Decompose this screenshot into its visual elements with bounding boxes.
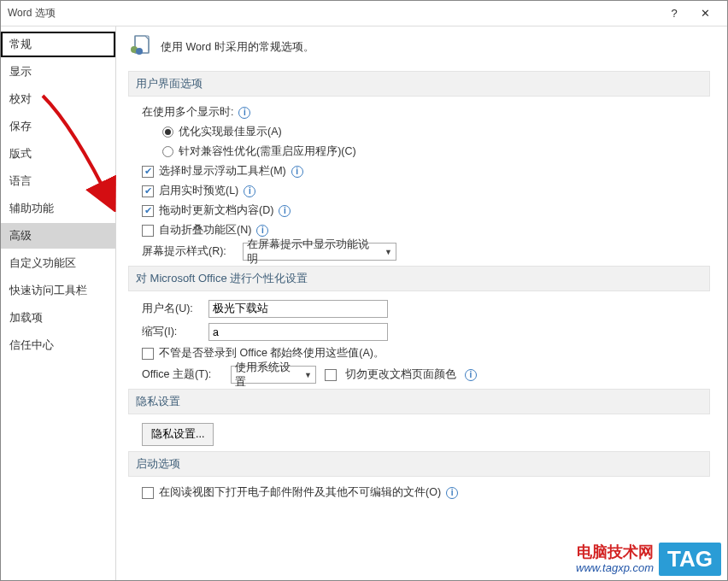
sidebar-item-language[interactable]: 语言 — [1, 168, 115, 194]
info-icon[interactable]: i — [291, 166, 303, 178]
sidebar-item-advanced[interactable]: 高级 — [1, 223, 115, 249]
theme-dropdown[interactable]: 使用系统设置 ▼ — [231, 366, 316, 384]
info-icon[interactable]: i — [238, 107, 250, 119]
privacy-btn-row: 隐私设置... — [142, 423, 710, 446]
chk-collapse-ribbon[interactable] — [142, 225, 154, 237]
screentip-value: 在屏幕提示中显示功能说明 — [247, 238, 379, 267]
radio-optimize-label: 优化实现最佳显示(A) — [179, 125, 282, 139]
dialog-body: 常规 显示 校对 保存 版式 语言 辅助功能 高级 自定义功能区 快速访问工具栏… — [1, 26, 727, 580]
radio-optimize-row: 优化实现最佳显示(A) — [162, 125, 710, 139]
page-header-text: 使用 Word 时采用的常规选项。 — [161, 40, 314, 55]
sidebar-item-addins[interactable]: 加载项 — [1, 305, 115, 331]
page-header: 使用 Word 时采用的常规选项。 — [128, 35, 710, 59]
privacy-settings-button[interactable]: 隐私设置... — [142, 423, 214, 446]
content-pane: 使用 Word 时采用的常规选项。 用户界面选项 在使用多个显示时: i 优化实… — [116, 26, 727, 580]
chevron-down-icon: ▼ — [304, 371, 312, 379]
general-options-icon — [128, 35, 152, 59]
chk-reading-view-label: 在阅读视图下打开电子邮件附件及其他不可编辑的文件(O) — [159, 485, 441, 500]
radio-compat[interactable] — [162, 146, 173, 157]
chk-drag-update[interactable] — [142, 205, 154, 217]
chk-reading-view-row: 在阅读视图下打开电子邮件附件及其他不可编辑的文件(O) i — [142, 485, 710, 500]
screentip-dropdown[interactable]: 在屏幕提示中显示功能说明 ▼ — [243, 243, 396, 261]
chk-float-row: 选择时显示浮动工具栏(M) i — [142, 164, 710, 179]
sidebar-item-accessibility[interactable]: 辅助功能 — [1, 196, 115, 221]
theme-row: Office 主题(T): 使用系统设置 ▼ 切勿更改文档页面颜色 i — [142, 366, 710, 384]
info-icon[interactable]: i — [465, 369, 477, 381]
chk-float-label: 选择时显示浮动工具栏(M) — [159, 164, 286, 179]
chk-drag-update-row: 拖动时更新文档内容(D) i — [142, 203, 710, 218]
radio-compat-label: 针对兼容性优化(需重启应用程序)(C) — [179, 144, 356, 159]
info-icon[interactable]: i — [279, 205, 291, 217]
section-startup-title: 启动选项 — [128, 451, 710, 477]
username-label: 用户名(U): — [142, 302, 200, 316]
chk-live-preview-label: 启用实时预览(L) — [159, 184, 238, 198]
chk-no-bg-change[interactable] — [325, 369, 337, 381]
chk-always-use-row: 不管是否登录到 Office 都始终使用这些值(A)。 — [142, 346, 710, 361]
username-row: 用户名(U): — [142, 300, 710, 318]
chk-live-preview-row: 启用实时预览(L) i — [142, 184, 710, 198]
multi-display-label: 在使用多个显示时: — [142, 105, 233, 120]
initials-input[interactable] — [208, 323, 388, 341]
svg-point-2 — [136, 48, 143, 55]
titlebar: Word 选项 ? ✕ — [1, 1, 727, 26]
sidebar-item-quick-access[interactable]: 快速访问工具栏 — [1, 278, 115, 303]
info-icon[interactable]: i — [446, 487, 458, 499]
chk-always-use-label: 不管是否登录到 Office 都始终使用这些值(A)。 — [159, 346, 385, 361]
initials-label: 缩写(I): — [142, 325, 200, 339]
chk-collapse-label: 自动折叠功能区(N) — [159, 223, 251, 238]
theme-value: 使用系统设置 — [235, 361, 299, 390]
options-dialog: Word 选项 ? ✕ 常规 显示 校对 保存 版式 语言 辅助功能 高级 自定… — [0, 0, 728, 581]
info-icon[interactable]: i — [256, 225, 268, 237]
chk-no-bg-label: 切勿更改文档页面颜色 — [345, 367, 456, 382]
sidebar-item-proofing[interactable]: 校对 — [1, 86, 115, 112]
section-personal-title: 对 Microsoft Office 进行个性化设置 — [128, 266, 710, 291]
content-scroll[interactable]: 使用 Word 时采用的常规选项。 用户界面选项 在使用多个显示时: i 优化实… — [128, 35, 715, 580]
section-ui-title: 用户界面选项 — [128, 71, 710, 97]
help-button[interactable]: ? — [659, 7, 690, 20]
sidebar-item-trust-center[interactable]: 信任中心 — [1, 332, 115, 358]
close-button[interactable]: ✕ — [690, 7, 720, 20]
chk-live-preview[interactable] — [142, 185, 154, 197]
sidebar-item-general[interactable]: 常规 — [1, 32, 115, 57]
sidebar: 常规 显示 校对 保存 版式 语言 辅助功能 高级 自定义功能区 快速访问工具栏… — [1, 26, 116, 580]
section-privacy-title: 隐私设置 — [128, 389, 710, 414]
chk-collapse-row: 自动折叠功能区(N) i — [142, 223, 710, 238]
sidebar-item-save[interactable]: 保存 — [1, 114, 115, 139]
radio-compat-row: 针对兼容性优化(需重启应用程序)(C) — [162, 144, 710, 159]
info-icon[interactable]: i — [244, 185, 255, 197]
chk-always-use[interactable] — [142, 348, 154, 360]
chk-float-toolbar[interactable] — [142, 166, 154, 178]
screentip-row: 屏幕提示样式(R): 在屏幕提示中显示功能说明 ▼ — [142, 243, 710, 261]
sidebar-item-layout[interactable]: 版式 — [1, 141, 115, 167]
initials-row: 缩写(I): — [142, 323, 710, 341]
sidebar-item-customize-ribbon[interactable]: 自定义功能区 — [1, 250, 115, 276]
chk-drag-update-label: 拖动时更新文档内容(D) — [159, 203, 273, 218]
window-title: Word 选项 — [8, 6, 659, 21]
radio-optimize[interactable] — [162, 126, 173, 138]
sidebar-item-display[interactable]: 显示 — [1, 59, 115, 85]
chk-reading-view[interactable] — [142, 487, 154, 499]
screentip-label: 屏幕提示样式(R): — [142, 244, 234, 259]
chevron-down-icon: ▼ — [385, 248, 392, 256]
multi-display-label-row: 在使用多个显示时: i — [142, 105, 710, 120]
theme-label: Office 主题(T): — [142, 367, 222, 382]
username-input[interactable] — [208, 300, 388, 318]
